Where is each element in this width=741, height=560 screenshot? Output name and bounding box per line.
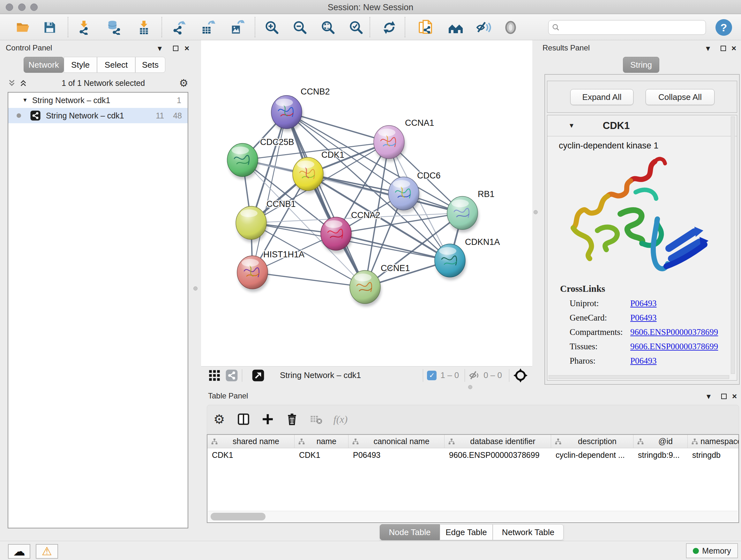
right-splitter-handle[interactable] — [534, 210, 538, 214]
cell-id[interactable]: stringdb:9... — [633, 448, 688, 462]
column-header-shared-name[interactable]: shared name — [207, 435, 294, 448]
cell-shared-name[interactable]: CDK1 — [207, 448, 294, 462]
edge-CCNB2-HIST1H1A[interactable] — [253, 112, 286, 272]
cell-canonical-name[interactable]: P06493 — [348, 448, 445, 462]
tab-network[interactable]: Network — [23, 57, 64, 73]
cell-description[interactable]: cyclin-dependent ... — [551, 448, 633, 462]
memory-button[interactable]: Memory — [686, 543, 738, 558]
table-options-gear-icon[interactable]: ⚙ — [207, 412, 231, 427]
column-header-description[interactable]: description — [551, 435, 633, 448]
close-panel-icon[interactable]: × — [731, 44, 736, 53]
column-header-namespace[interactable]: namespace — [688, 435, 738, 448]
float-panel-icon[interactable] — [721, 44, 726, 53]
bottom-splitter-handle[interactable] — [468, 385, 472, 389]
zoom-out-button[interactable] — [288, 17, 312, 37]
edge-HIST1H1A-CCNE1[interactable] — [253, 272, 365, 287]
pharos-link[interactable]: P06493 — [630, 356, 657, 366]
tab-string[interactable]: String — [623, 57, 659, 73]
genecard-link[interactable]: P06493 — [630, 313, 657, 323]
network-birdseye-icon[interactable] — [225, 369, 238, 382]
navigator-crosshair-icon[interactable] — [513, 368, 528, 383]
node-RB1[interactable]: RB1 — [447, 189, 495, 233]
node-CCNA1[interactable]: CCNA1 — [374, 118, 434, 162]
open-session-button[interactable] — [11, 17, 35, 37]
export-network-button[interactable] — [166, 17, 191, 37]
save-session-button[interactable] — [38, 17, 62, 37]
collapse-panel-icon[interactable]: ▾ — [706, 391, 711, 401]
grid-view-icon[interactable] — [208, 369, 221, 382]
scrollbar-thumb[interactable] — [211, 513, 266, 520]
column-header-canonical-name[interactable]: canonical name — [348, 435, 445, 448]
float-panel-icon[interactable] — [721, 391, 727, 401]
node-HIST1H1A[interactable]: HIST1H1A — [237, 250, 305, 292]
results-vertical-scrollbar[interactable] — [731, 117, 735, 374]
tissues-link[interactable]: 9606.ENSP00000378699 — [630, 341, 718, 352]
edge-CCNB2-CCNE1[interactable] — [286, 112, 365, 287]
network-collection-row[interactable]: ▼ String Network – cdk1 1 — [8, 92, 188, 108]
collapse-all-chevron-icon[interactable] — [19, 79, 27, 87]
column-header-database-identifier[interactable]: database identifier — [445, 435, 551, 448]
uniprot-link[interactable]: P06493 — [630, 299, 657, 308]
create-column-plus-icon[interactable] — [256, 413, 280, 426]
cell-database-identifier[interactable]: 9606.ENSP00000378699 — [445, 448, 551, 462]
search-input[interactable] — [560, 23, 697, 32]
zoom-in-button[interactable] — [260, 17, 284, 37]
network-row-selected[interactable]: String Network – cdk1 11 48 — [8, 108, 188, 123]
node-CDC6[interactable]: CDC6 — [388, 171, 441, 213]
float-panel-icon[interactable] — [173, 44, 179, 53]
node-CDK1[interactable]: CDK1 — [293, 150, 344, 193]
import-network-from-database-button[interactable] — [102, 17, 126, 37]
export-image-button[interactable] — [225, 17, 250, 37]
add-column-icon[interactable] — [231, 413, 256, 426]
string-import-button[interactable] — [414, 17, 438, 37]
level-of-detail-button[interactable] — [498, 17, 523, 37]
table-row[interactable]: CDK1 CDK1 P06493 9606.ENSP00000378699 cy… — [207, 448, 738, 462]
collapse-panel-icon[interactable]: ▾ — [706, 44, 710, 53]
selected-checkbox-icon[interactable]: ✓ — [427, 371, 436, 380]
tab-edge-table[interactable]: Edge Table — [440, 524, 493, 540]
node-CCNE1[interactable]: CCNE1 — [350, 263, 410, 307]
column-header-name[interactable]: name — [294, 435, 348, 448]
results-horizontal-scrollbar[interactable] — [549, 375, 729, 379]
node-CDKN1A[interactable]: CDKN1A — [434, 237, 500, 280]
search-field[interactable] — [548, 20, 706, 35]
tab-select[interactable]: Select — [97, 57, 135, 73]
zoom-fit-button[interactable] — [316, 17, 340, 37]
expand-all-button[interactable]: Expand All — [570, 89, 633, 105]
column-header-id[interactable]: @id — [633, 435, 688, 448]
string-home-button[interactable] — [444, 17, 468, 37]
delete-column-trash-icon[interactable] — [280, 413, 304, 426]
close-panel-icon[interactable]: × — [732, 391, 737, 401]
node-CCNB1[interactable]: CCNB1 — [236, 199, 296, 242]
node-CDC25B[interactable]: CDC25B — [227, 137, 294, 179]
import-network-from-file-button[interactable] — [72, 17, 96, 37]
close-panel-icon[interactable]: × — [185, 44, 189, 53]
collapse-all-button[interactable]: Collapse All — [646, 89, 715, 105]
warnings-button[interactable]: ⚠ — [36, 544, 58, 559]
cell-namespace[interactable]: stringdb — [688, 448, 738, 462]
cloud-status-button[interactable]: ☁ — [8, 544, 30, 559]
tab-style[interactable]: Style — [64, 57, 97, 73]
tab-network-table[interactable]: Network Table — [493, 524, 563, 540]
export-table-button[interactable] — [196, 17, 220, 37]
cell-name[interactable]: CDK1 — [294, 448, 348, 462]
expand-all-chevron-icon[interactable] — [8, 79, 16, 87]
hidden-eye-slash-icon[interactable] — [469, 369, 481, 381]
compartments-link[interactable]: 9606.ENSP00000378699 — [630, 327, 718, 337]
gene-entry-header[interactable]: ▼ CDK1 — [547, 115, 737, 136]
help-button[interactable]: ? — [716, 19, 732, 36]
collapse-panel-icon[interactable]: ▾ — [158, 44, 162, 53]
external-view-icon[interactable] — [252, 369, 265, 382]
hide-glyphs-button[interactable] — [472, 17, 496, 37]
expander-triangle-icon[interactable]: ▼ — [22, 97, 28, 104]
import-table-button[interactable] — [132, 17, 156, 37]
table-horizontal-scrollbar[interactable] — [208, 511, 738, 522]
tab-sets[interactable]: Sets — [135, 57, 165, 73]
network-canvas[interactable]: CCNB2CCNA1CDC25BCDK1CDC6RB1CCNB1CCNA2CDK… — [201, 40, 532, 366]
tab-node-table[interactable]: Node Table — [380, 524, 440, 540]
expander-triangle-icon[interactable]: ▼ — [568, 122, 575, 129]
zoom-selected-button[interactable] — [344, 17, 368, 37]
apply-layout-button[interactable] — [377, 17, 401, 37]
network-options-gear-icon[interactable]: ⚙ — [179, 77, 188, 89]
left-splitter-handle[interactable] — [193, 287, 198, 291]
